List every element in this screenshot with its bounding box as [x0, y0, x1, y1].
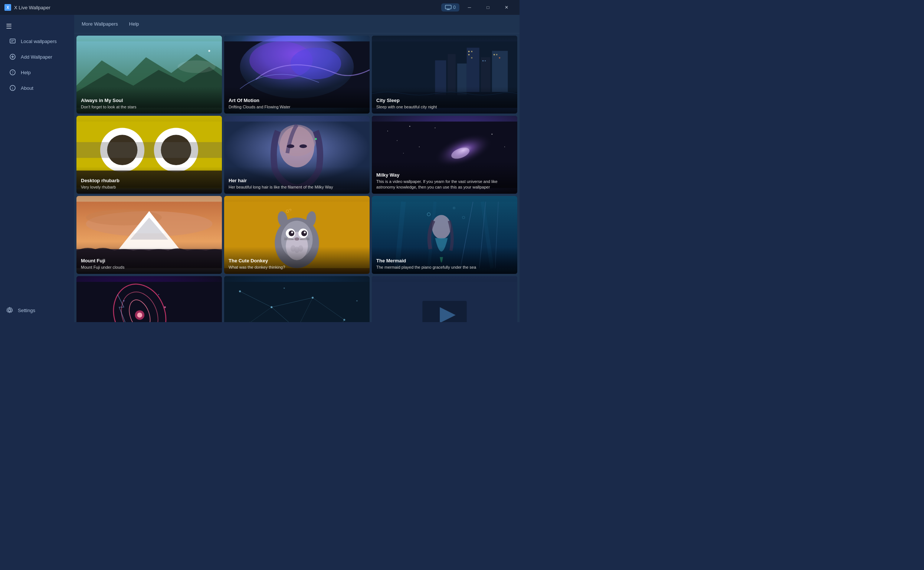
card-overlay: Desktop rhubarb Very lovely rhubarb: [77, 167, 222, 194]
svg-point-128: [356, 300, 357, 301]
card-desc: Very lovely rhubarb: [81, 184, 218, 190]
wallpaper-card-fuji[interactable]: Mount Fuji Mount Fuji under clouds: [77, 196, 222, 274]
svg-rect-34: [483, 60, 484, 61]
sidebar-item-about[interactable]: i About: [3, 81, 71, 95]
svg-point-80: [301, 230, 307, 236]
svg-point-121: [239, 291, 241, 293]
sidebar-help-label: Help: [21, 70, 31, 75]
svg-point-13: [9, 309, 11, 311]
svg-point-57: [435, 128, 436, 129]
card-desc: This is a video wallpaper. If you yearn …: [376, 179, 513, 190]
wallpaper-card-video[interactable]: video_1783828024 ---: [372, 276, 517, 322]
card-overlay: City Sleep Sleep with one beautiful city…: [372, 86, 517, 113]
svg-point-96: [432, 215, 451, 239]
svg-point-81: [291, 231, 293, 233]
sidebar-item-local[interactable]: Local wallpapers: [3, 34, 71, 49]
svg-point-22: [291, 48, 341, 80]
wallpaper-card-artofmotion[interactable]: Art Of Motion Drifting Clouds and Flowin…: [224, 35, 369, 113]
svg-point-124: [343, 319, 345, 320]
help-icon: ?: [9, 69, 16, 76]
card-title: City Sleep: [376, 98, 513, 103]
svg-rect-0: [445, 5, 451, 9]
svg-point-83: [294, 238, 299, 241]
card-desc: Her beautiful long hair is like the fila…: [228, 184, 365, 190]
svg-point-56: [397, 140, 397, 141]
svg-point-82: [304, 231, 306, 233]
svg-point-17: [178, 60, 216, 73]
time-illustration: [77, 276, 222, 322]
wallpaper-card-rhubarb[interactable]: Desktop rhubarb Very lovely rhubarb: [77, 116, 222, 194]
titlebar: X X Live Wallpaper 0 ─ □ ✕: [0, 0, 519, 15]
hamburger-button[interactable]: ☰: [0, 19, 74, 34]
sidebar-about-label: About: [21, 85, 34, 91]
card-title: Mount Fuji: [81, 258, 218, 264]
card-title: The Cute Donkey: [228, 258, 365, 264]
settings-label: Settings: [18, 308, 35, 313]
svg-point-105: [137, 313, 143, 318]
svg-rect-31: [471, 51, 472, 52]
wallpaper-card-citysleep[interactable]: City Sleep Sleep with one beautiful city…: [372, 35, 517, 113]
sidebar-settings[interactable]: Settings: [0, 303, 74, 318]
svg-point-107: [158, 294, 159, 295]
wallpaper-grid: Always in My Soul Don't forget to look a…: [74, 34, 519, 322]
svg-point-122: [271, 306, 273, 308]
svg-rect-45: [77, 142, 222, 158]
card-desc: Don't forget to look at the stars: [81, 104, 218, 110]
card-title: Her hair: [228, 178, 365, 183]
svg-point-55: [409, 126, 411, 127]
svg-rect-3: [10, 39, 15, 43]
svg-point-50: [287, 144, 294, 148]
card-desc: Drifting Clouds and Flowing Water: [228, 104, 365, 110]
svg-rect-37: [496, 54, 497, 55]
card-desc: What was the donkey thinking?: [228, 265, 365, 270]
card-overlay: Always in My Soul Don't forget to look a…: [77, 86, 222, 113]
sidebar-local-label: Local wallpapers: [21, 38, 57, 44]
svg-rect-111: [224, 282, 369, 322]
card-title: Always in My Soul: [81, 98, 218, 103]
titlebar-left: X X Live Wallpaper: [5, 4, 51, 11]
wallpaper-card-milkyway[interactable]: Milky Way This is a video wallpaper. If …: [372, 116, 517, 194]
settings-icon: [6, 306, 13, 314]
svg-point-59: [504, 147, 505, 147]
sidebar-item-help[interactable]: ? Help: [3, 65, 71, 80]
wallpaper-card-time[interactable]: Time Water as time goes by: [77, 276, 222, 322]
svg-point-54: [388, 130, 388, 131]
svg-point-129: [283, 288, 285, 289]
sidebar: ☰ Local wallpapers Add Wallpaper ? Help …: [0, 15, 74, 322]
main-content: More Wallpapers Help: [74, 15, 519, 322]
card-desc: The mermaid played the piano gracefully …: [376, 265, 513, 270]
wallpaper-card-timeplanet[interactable]: Time planet You and I are a speck of dus…: [224, 276, 369, 322]
sidebar-item-add[interactable]: Add Wallpaper: [3, 49, 71, 64]
svg-point-18: [208, 50, 210, 52]
card-overlay: The Mermaid The mermaid played the piano…: [372, 247, 517, 274]
card-desc: Sleep with one beautiful city night: [376, 104, 513, 110]
close-button[interactable]: ✕: [498, 2, 515, 13]
svg-rect-38: [499, 57, 500, 58]
sidebar-bottom: Settings: [0, 303, 74, 318]
svg-rect-32: [468, 54, 469, 55]
app-body: ☰ Local wallpapers Add Wallpaper ? Help …: [0, 15, 519, 322]
wallpaper-card-always[interactable]: Always in My Soul Don't forget to look a…: [77, 35, 222, 113]
add-icon: [9, 53, 16, 60]
minimize-button[interactable]: ─: [461, 2, 478, 13]
card-desc: Mount Fuji under clouds: [81, 265, 218, 270]
app-icon: X: [5, 4, 11, 11]
wallpaper-card-donkey[interactable]: The Cute Donkey What was the donkey thin…: [224, 196, 369, 274]
wallpaper-card-hair[interactable]: Her hair Her beautiful long hair is like…: [224, 116, 369, 194]
maximize-button[interactable]: □: [480, 2, 496, 13]
wallpaper-card-mermaid[interactable]: The Mermaid The mermaid played the piano…: [372, 196, 517, 274]
card-overlay: Her hair Her beautiful long hair is like…: [224, 167, 369, 194]
svg-point-51: [299, 144, 307, 148]
card-overlay: Mount Fuji Mount Fuji under clouds: [77, 247, 222, 274]
svg-text:i: i: [12, 86, 13, 90]
svg-text:?: ?: [12, 70, 14, 75]
timeplanet-illustration: [224, 276, 369, 322]
video-illustration: [372, 276, 517, 322]
svg-rect-33: [471, 57, 472, 58]
sidebar-add-label: Add Wallpaper: [21, 54, 52, 60]
monitor-badge[interactable]: 0: [441, 3, 460, 12]
nav-more-wallpapers[interactable]: More Wallpapers: [82, 20, 118, 28]
card-title: The Mermaid: [376, 258, 513, 264]
svg-point-52: [315, 138, 317, 140]
nav-help[interactable]: Help: [129, 20, 139, 28]
